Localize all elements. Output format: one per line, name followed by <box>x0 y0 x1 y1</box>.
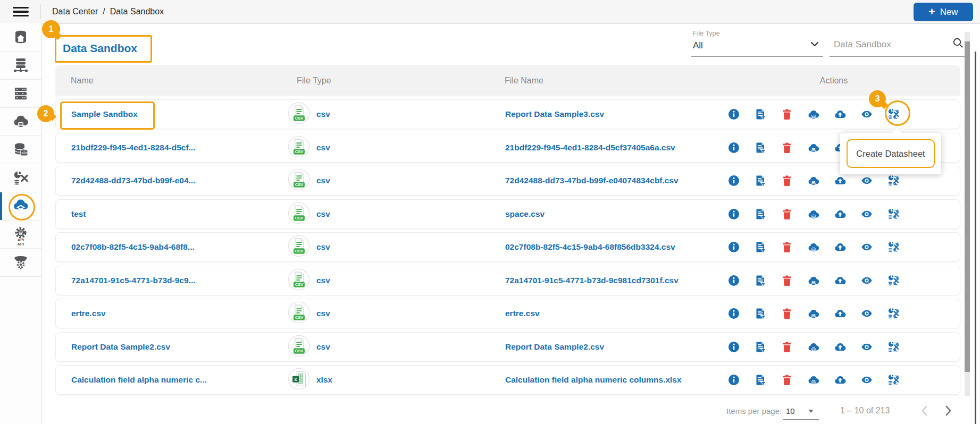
sidebar-item-data-sandbox-cloud[interactable] <box>0 192 41 221</box>
delete-icon[interactable] <box>781 108 793 120</box>
create-datasheet-icon[interactable] <box>887 175 899 186</box>
upload-icon[interactable] <box>834 108 846 120</box>
create-datasheet-icon[interactable] <box>887 208 899 220</box>
scrollbar-thumb[interactable] <box>965 41 970 372</box>
row-file-name-link[interactable]: Calculation field alpha numeric columns.… <box>505 375 728 385</box>
delete-icon[interactable] <box>781 241 793 253</box>
new-button[interactable]: + New <box>914 3 973 21</box>
preview-icon[interactable] <box>861 275 873 286</box>
upload-icon[interactable] <box>834 374 846 386</box>
upload-icon[interactable] <box>834 208 846 220</box>
row-name-link[interactable]: Sample Sandbox <box>71 109 288 119</box>
previous-page-button[interactable] <box>918 404 932 418</box>
upload-icon[interactable] <box>834 241 846 253</box>
create-datasheet-icon[interactable] <box>887 241 899 253</box>
upload-icon[interactable] <box>834 341 846 353</box>
next-page-button[interactable] <box>941 404 955 418</box>
hamburger-menu-icon[interactable] <box>13 7 29 16</box>
info-icon[interactable] <box>728 275 740 286</box>
info-icon[interactable] <box>728 374 740 386</box>
preview-icon[interactable] <box>861 241 873 253</box>
delete-icon[interactable] <box>781 341 793 353</box>
info-icon[interactable] <box>728 308 740 319</box>
items-per-page-value[interactable]: 10 <box>786 406 795 415</box>
sidebar-item-data-transform[interactable] <box>0 164 41 192</box>
delete-icon[interactable] <box>781 374 793 386</box>
items-per-page-dropdown-icon[interactable] <box>808 410 814 413</box>
create-report-icon[interactable] <box>755 374 766 386</box>
preview-icon[interactable] <box>861 175 873 186</box>
search-input[interactable] <box>833 36 947 53</box>
row-name-link[interactable]: ertre.csv <box>71 309 288 318</box>
sidebar-item-database-cluster[interactable] <box>0 52 41 80</box>
info-icon[interactable] <box>728 341 740 353</box>
row-name-link[interactable]: Calculation field alpha numeric c... <box>71 375 288 385</box>
create-datasheet-icon[interactable] <box>887 374 899 386</box>
cloud-data-icon[interactable] <box>808 175 819 186</box>
cloud-data-icon[interactable] <box>808 241 819 253</box>
table-header: Name File Type File Name Actions <box>55 65 960 96</box>
preview-icon[interactable] <box>861 108 873 120</box>
preview-icon[interactable] <box>861 208 873 220</box>
cloud-data-icon[interactable] <box>808 308 819 319</box>
row-file-name-link[interactable]: 21bdf229-f945-4ed1-8284-d5cf37405a6a.csv <box>505 143 728 152</box>
row-file-name-link[interactable]: 72a14701-91c5-4771-b73d-9c981cd7301f.csv <box>505 276 728 285</box>
info-icon[interactable] <box>728 175 740 186</box>
sidebar-item-database-code[interactable]: </> <box>0 136 41 164</box>
create-report-icon[interactable] <box>755 108 766 120</box>
row-name-link[interactable]: 72d42488-dd73-47bd-b99f-e04... <box>71 176 288 185</box>
row-name-link[interactable]: 02c7f08b-82f5-4c15-9ab4-68f8... <box>71 242 288 252</box>
create-report-icon[interactable] <box>755 241 766 253</box>
sidebar-item-cloud-database[interactable] <box>0 108 41 136</box>
upload-icon[interactable] <box>834 308 846 319</box>
create-datasheet-icon[interactable] <box>887 308 899 319</box>
row-file-name-link[interactable]: 72d42488-dd73-47bd-b99f-e04074834cbf.csv <box>505 176 728 185</box>
delete-icon[interactable] <box>781 308 793 319</box>
cloud-data-icon[interactable] <box>808 341 819 353</box>
create-datasheet-icon[interactable] <box>887 341 899 353</box>
delete-icon[interactable] <box>781 175 793 186</box>
row-file-name-link[interactable]: space.csv <box>505 209 728 219</box>
file-type-filter[interactable]: File Type All <box>691 29 823 57</box>
info-icon[interactable] <box>728 208 740 220</box>
create-report-icon[interactable] <box>755 275 766 286</box>
cloud-data-icon[interactable] <box>808 142 819 154</box>
preview-icon[interactable] <box>861 374 873 386</box>
cloud-data-icon[interactable] <box>808 108 819 120</box>
cloud-data-icon[interactable] <box>808 374 819 386</box>
info-icon[interactable] <box>728 142 740 154</box>
preview-icon[interactable] <box>861 341 873 353</box>
delete-icon[interactable] <box>781 275 793 286</box>
cloud-data-icon[interactable] <box>808 275 819 286</box>
preview-icon[interactable] <box>861 308 873 319</box>
cloud-data-icon[interactable] <box>808 208 819 220</box>
info-icon[interactable] <box>728 108 740 120</box>
sidebar-item-server-rack[interactable] <box>0 80 41 108</box>
breadcrumb-item-data-sandbox[interactable]: Data Sandbox <box>110 7 164 16</box>
breadcrumb-item-data-center[interactable]: Data Center <box>52 7 98 16</box>
upload-icon[interactable] <box>834 275 846 286</box>
create-report-icon[interactable] <box>755 308 766 319</box>
row-file-name-link[interactable]: Report Data Sample3.csv <box>505 109 728 119</box>
row-file-name-link[interactable]: Report Data Sample2.csv <box>505 342 728 352</box>
sidebar-item-database-home[interactable] <box>0 23 41 52</box>
row-name-link[interactable]: test <box>71 209 288 219</box>
create-report-icon[interactable] <box>755 175 766 186</box>
create-datasheet-icon[interactable] <box>887 108 899 120</box>
search-icon[interactable] <box>952 37 964 48</box>
row-name-link[interactable]: 21bdf229-f945-4ed1-8284-d5cf... <box>71 143 288 152</box>
row-file-name-link[interactable]: 02c7f08b-82f5-4c15-9ab4-68f856db3324.csv <box>505 242 728 252</box>
row-file-name-link[interactable]: ertre.csv <box>505 309 728 318</box>
row-name-link[interactable]: Report Data Sample2.csv <box>71 342 288 352</box>
row-name-link[interactable]: 72a14701-91c5-4771-b73d-9c9... <box>71 276 288 285</box>
sidebar-item-funnel-gear[interactable] <box>0 249 41 277</box>
create-report-icon[interactable] <box>755 208 766 220</box>
upload-icon[interactable] <box>834 175 846 186</box>
create-report-icon[interactable] <box>755 341 766 353</box>
delete-icon[interactable] <box>781 142 793 154</box>
delete-icon[interactable] <box>781 208 793 220</box>
sidebar-item-api-gear[interactable]: APIAPI <box>0 221 41 249</box>
create-datasheet-icon[interactable] <box>887 275 899 286</box>
create-report-icon[interactable] <box>755 142 766 154</box>
info-icon[interactable] <box>728 241 740 253</box>
